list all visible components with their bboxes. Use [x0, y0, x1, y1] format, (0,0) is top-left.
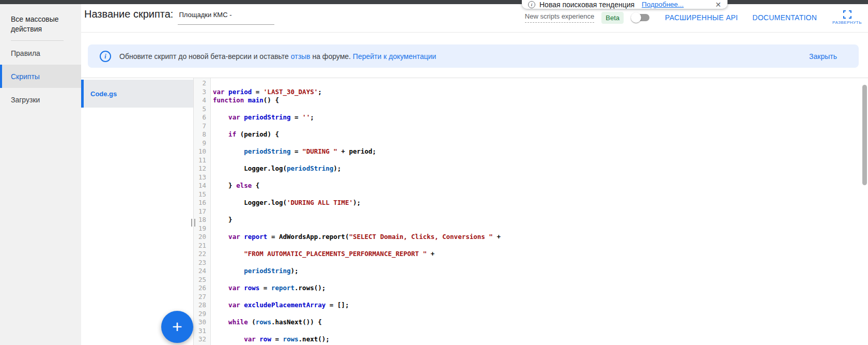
code-line-4: function main() { — [213, 96, 868, 105]
banner-text: Обновите скрипт до новой бета-версии и о… — [119, 52, 436, 61]
line-number: 15 — [194, 190, 206, 199]
code-line-10: periodString = "DURING " + period; — [213, 147, 868, 156]
code-line-5 — [213, 105, 868, 114]
code-line-30: while (rows.hasNext()) { — [213, 318, 868, 327]
script-editor-region: Code.gs 23456789101112131415161718192021… — [81, 78, 868, 345]
line-number-gutter: 2345678910111213141516171819202122232425… — [194, 78, 211, 345]
sidebar-items: ПравилаСкриптыЗагрузки — [0, 41, 81, 111]
beta-badge: Beta — [601, 12, 624, 24]
plus-icon: + — [172, 318, 182, 335]
vertical-scrollbar-thumb[interactable] — [862, 85, 867, 185]
code-line-3: var period = 'LAST_30_DAYS'; — [213, 88, 868, 97]
code-line-25 — [213, 276, 868, 284]
line-number: 3 — [194, 88, 206, 97]
file-tab-code.gs[interactable]: Code.gs — [81, 80, 193, 108]
line-number: 29 — [194, 310, 206, 319]
file-panel: Code.gs — [81, 78, 194, 345]
file-name: Code.gs — [90, 90, 117, 98]
line-number: 14 — [194, 182, 206, 190]
new-experience-toggle[interactable] — [631, 12, 650, 23]
line-number: 26 — [194, 284, 206, 293]
line-number: 8 — [194, 130, 206, 139]
line-number: 32 — [194, 335, 206, 344]
toast-message: Новая поисковая тенденция — [539, 1, 634, 9]
banner-text-middle: на форуме. — [311, 52, 353, 61]
expand-label: РАЗВЕРНУТЬ — [832, 20, 862, 25]
line-number: 22 — [194, 250, 206, 259]
fullscreen-icon — [843, 10, 851, 19]
go-to-docs-link[interactable]: Перейти к документации — [353, 52, 436, 61]
line-number: 17 — [194, 207, 206, 216]
code-line-21 — [213, 242, 868, 250]
line-number: 21 — [194, 242, 206, 250]
line-number: 6 — [194, 113, 206, 122]
window-top-strip — [0, 0, 868, 4]
info-icon: i — [528, 1, 535, 8]
toggle-knob — [631, 12, 641, 23]
line-number: 23 — [194, 259, 206, 267]
code-line-22: "FROM AUTOMATIC_PLACEMENTS_PERFORMANCE_R… — [213, 250, 868, 259]
line-number: 7 — [194, 122, 206, 131]
code-line-8: if (period) { — [213, 130, 868, 139]
sidebar-divider — [11, 40, 64, 41]
panel-resize-handle[interactable] — [191, 219, 195, 227]
header: Название скрипта: New scripts experience… — [81, 4, 868, 33]
add-script-fab[interactable]: + — [161, 311, 193, 343]
feedback-link[interactable]: отзыв — [291, 52, 311, 61]
code-line-15 — [213, 190, 868, 199]
code-line-28: var excludePlacementArray = []; — [213, 301, 868, 310]
close-icon[interactable]: ✕ — [714, 1, 722, 9]
banner-zone: i Обновите скрипт до новой бета-версии и… — [81, 33, 868, 78]
documentation-link[interactable]: DOCUMENTATION — [752, 13, 817, 22]
code-line-18: } — [213, 216, 868, 224]
expand-button[interactable]: РАЗВЕРНУТЬ — [832, 10, 862, 25]
code-line-6: var periodString = ''; — [213, 113, 868, 122]
code-line-31 — [213, 327, 868, 336]
toast-more-link[interactable]: Подробнее... — [642, 1, 684, 8]
sidebar-item-all-bulk-actions[interactable]: Все массовые действия — [0, 4, 81, 34]
code-line-17 — [213, 207, 868, 216]
line-number: 30 — [194, 318, 206, 327]
code-line-19 — [213, 224, 868, 233]
line-number: 11 — [194, 156, 206, 165]
line-number: 5 — [194, 105, 206, 114]
line-number: 16 — [194, 199, 206, 207]
code-line-32: var row = rows.next(); — [213, 335, 868, 344]
info-icon: i — [100, 51, 111, 62]
sidebar-item-загрузки[interactable]: Загрузки — [0, 88, 81, 111]
code-line-7 — [213, 122, 868, 131]
script-name-label: Название скрипта: — [84, 8, 173, 20]
sidebar-item-правила[interactable]: Правила — [0, 41, 81, 65]
line-number: 28 — [194, 301, 206, 310]
code-line-27 — [213, 293, 868, 302]
advanced-apis-link[interactable]: РАСШИРЕННЫЕ API — [665, 13, 738, 22]
line-number: 13 — [194, 173, 206, 182]
line-number: 25 — [194, 276, 206, 284]
sidebar: Все массовые действия ПравилаСкриптыЗагр… — [0, 4, 81, 345]
script-name-input[interactable] — [178, 11, 274, 25]
line-number: 24 — [194, 267, 206, 276]
line-number: 4 — [194, 96, 206, 105]
banner-close-button[interactable]: Закрыть — [809, 52, 837, 61]
line-number: 9 — [194, 139, 206, 148]
update-script-banner: i Обновите скрипт до новой бета-версии и… — [88, 44, 859, 68]
code-line-24: periodString); — [213, 267, 868, 276]
new-scripts-experience-label: New scripts experience — [525, 12, 594, 23]
line-number: 19 — [194, 224, 206, 233]
code-line-12: Logger.log(periodString); — [213, 164, 868, 173]
code-line-26: var rows = report.rows(); — [213, 284, 868, 293]
line-number: 20 — [194, 233, 206, 242]
code-line-13 — [213, 173, 868, 182]
sidebar-item-скрипты[interactable]: Скрипты — [0, 65, 81, 88]
code-line-20: var report = AdWordsApp.report("SELECT D… — [213, 233, 868, 242]
line-number: 27 — [194, 293, 206, 302]
code-line-2 — [213, 79, 868, 88]
banner-text-before: Обновите скрипт до новой бета-версии и о… — [119, 52, 291, 61]
line-number: 12 — [194, 164, 206, 173]
code-line-23 — [213, 259, 868, 267]
line-number: 31 — [194, 327, 206, 336]
line-number: 2 — [194, 79, 206, 88]
line-number: 18 — [194, 216, 206, 224]
code-line-9 — [213, 139, 868, 148]
code-editor[interactable]: var period = 'LAST_30_DAYS';function mai… — [211, 78, 868, 345]
